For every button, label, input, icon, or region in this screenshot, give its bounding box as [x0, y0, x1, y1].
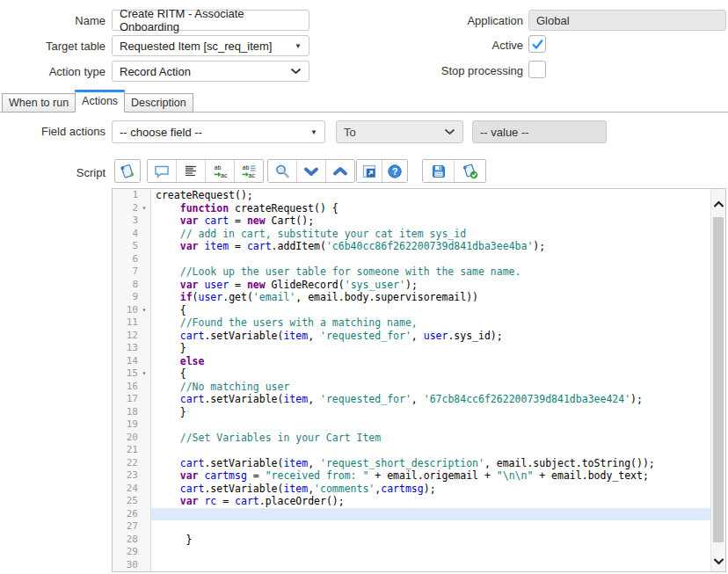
line-number: 20 — [113, 432, 138, 445]
svg-text:ab: ab — [215, 164, 222, 171]
gutter-row: 30 — [113, 559, 150, 572]
code-line: cart.setVariable(item, 'requested_for', … — [151, 393, 710, 406]
fold-spacer — [138, 483, 150, 496]
gutter-row: 28 — [113, 534, 150, 547]
field-actions-select[interactable]: -- choose field -- ▼ — [112, 120, 325, 143]
tab-description[interactable]: Description — [124, 93, 193, 113]
code-line: //No matching user — [151, 381, 710, 394]
code-area[interactable]: createRequest(); function createRequest(… — [151, 189, 710, 571]
line-number: 27 — [113, 520, 138, 534]
replace-all-button[interactable]: abac — [234, 160, 263, 182]
code-line — [151, 418, 710, 432]
application-label: Application — [365, 14, 523, 27]
gutter-row: 12 — [113, 330, 150, 343]
gutter-row: 7 — [113, 265, 150, 279]
toggle-comment-button[interactable] — [148, 160, 176, 182]
open-in-new-window-button[interactable] — [357, 160, 382, 182]
replace-icon: abac — [211, 163, 229, 180]
target-table-select[interactable]: Requested Item [sc_req_item] ▼ — [112, 35, 309, 56]
line-number: 24 — [113, 483, 138, 496]
find-next-button[interactable] — [296, 160, 325, 182]
fold-spacer — [138, 253, 150, 266]
search-button[interactable] — [268, 160, 296, 182]
svg-text:ab: ab — [243, 164, 250, 171]
svg-text:ac: ac — [249, 171, 256, 178]
open-in-new-window-icon — [360, 163, 378, 180]
code-line: // add in cart, substitute your cat item… — [151, 228, 710, 241]
fold-arrow-icon[interactable]: ▾ — [138, 202, 150, 215]
active-checkbox[interactable] — [528, 35, 546, 53]
help-button[interactable]: ? — [382, 160, 407, 182]
code-line: cart.setVariable(item,'comments',cartmsg… — [151, 483, 710, 496]
line-number: 28 — [113, 534, 138, 547]
tab-actions[interactable]: Actions — [75, 90, 125, 113]
editor-scrollbar[interactable] — [710, 189, 725, 571]
gutter-row: 3 — [113, 214, 150, 228]
fold-arrow-icon[interactable]: ▾ — [138, 304, 150, 317]
fold-spacer — [138, 316, 150, 330]
code-line — [151, 559, 710, 572]
gutter-row: 24 — [113, 483, 150, 496]
code-line: //Look up the user table for someone wit… — [151, 265, 710, 279]
gutter-row: 19 — [113, 418, 150, 432]
gutter-row: 10▾ — [113, 304, 150, 317]
check-syntax-button[interactable] — [454, 160, 485, 182]
gutter-row: 14 — [113, 355, 150, 368]
fold-spacer — [138, 393, 150, 406]
line-number: 5 — [113, 240, 138, 253]
fold-spacer — [138, 355, 150, 368]
line-number: 18 — [113, 406, 138, 419]
code-line — [151, 546, 710, 559]
field-actions-label: Field actions — [0, 125, 106, 138]
fold-arrow-icon[interactable]: ▾ — [138, 367, 150, 381]
find-previous-button[interactable] — [325, 160, 354, 182]
code-line — [151, 444, 710, 457]
gutter-row: 23 — [113, 469, 150, 483]
gutter-row: 18 — [113, 406, 150, 419]
line-number: 2 — [113, 202, 138, 215]
stop-processing-checkbox[interactable] — [528, 61, 546, 78]
line-number: 26 — [113, 508, 138, 521]
line-number: 19 — [113, 418, 138, 432]
find-previous-icon — [331, 163, 349, 180]
scrollbar-thumb[interactable] — [713, 217, 724, 542]
code-line: var rc = cart.placeOrder(); — [151, 495, 710, 508]
fold-spacer — [138, 291, 150, 304]
action-type-select[interactable]: Record Action — [112, 61, 309, 82]
replace-button[interactable]: abac — [205, 160, 234, 182]
scroll-down-arrow[interactable] — [711, 557, 725, 565]
code-line: { — [151, 304, 710, 317]
fold-spacer — [138, 330, 150, 343]
scroll-up-arrow[interactable] — [711, 200, 725, 208]
save-icon — [430, 163, 448, 180]
toolbar-group — [422, 159, 486, 183]
search-icon — [273, 163, 291, 180]
code-line: if(user.get('email', email.body.supervis… — [151, 291, 710, 304]
field-actions-to-select[interactable]: To — [336, 120, 463, 143]
toggle-comment-icon — [153, 163, 171, 180]
gutter-row: 29 — [113, 546, 150, 559]
svg-text:?: ? — [392, 165, 398, 176]
gutter-row: 13 — [113, 342, 150, 355]
save-button[interactable] — [423, 160, 454, 182]
line-number: 29 — [113, 546, 138, 559]
script-editor-button[interactable] — [115, 160, 140, 182]
name-input[interactable]: Create RITM - Associate Onboarding — [112, 10, 309, 31]
code-line: cart.setVariable(item, 'requested_for', … — [151, 330, 710, 343]
tab-when-to-run[interactable]: When to run — [2, 93, 76, 113]
check-syntax-icon — [462, 163, 479, 180]
code-line: cart.setVariable(item, 'request_short_de… — [151, 457, 710, 470]
line-number: 10 — [113, 304, 138, 317]
code-line: var user = new GlideRecord('sys_user'); — [151, 279, 710, 292]
editor-gutter[interactable]: 12▾345678910▾1112131415▾1617181920212223… — [113, 189, 151, 571]
code-line — [151, 520, 710, 534]
toolbar-group — [114, 159, 141, 183]
target-table-label: Target table — [0, 40, 106, 53]
code-line: else — [151, 355, 710, 368]
format-document-button[interactable] — [176, 160, 205, 182]
dropdown-triangle-icon: ▼ — [310, 128, 317, 136]
gutter-row: 22 — [113, 457, 150, 470]
code-line: var cart = new Cart(); — [151, 214, 710, 228]
gutter-row: 2▾ — [113, 202, 150, 215]
field-actions-value-input[interactable]: -- value -- — [472, 120, 607, 143]
